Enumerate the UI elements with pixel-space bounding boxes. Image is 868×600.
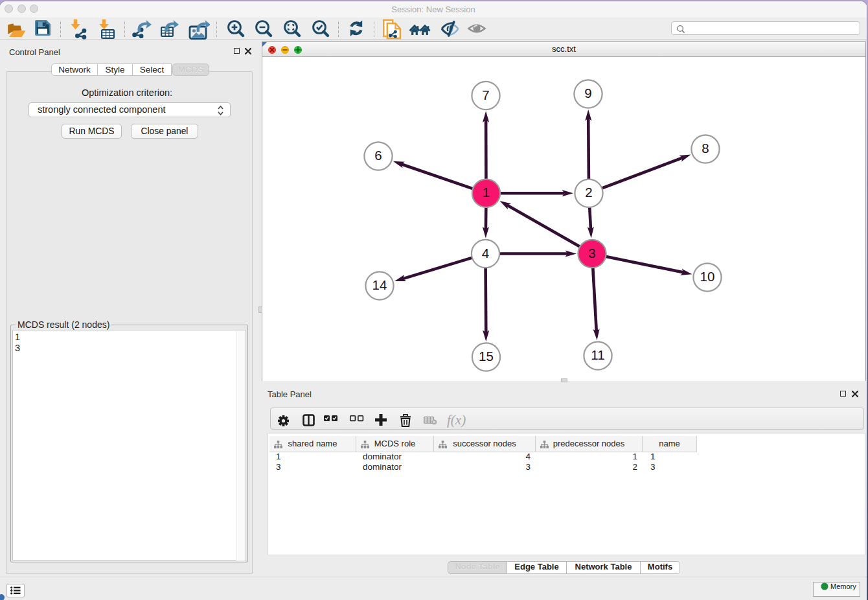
svg-text:2: 2 xyxy=(585,185,592,200)
svg-text:9: 9 xyxy=(584,86,591,100)
svg-text:4: 4 xyxy=(482,246,489,260)
svg-text:10: 10 xyxy=(700,269,715,284)
svg-text:6: 6 xyxy=(374,148,382,163)
svg-text:11: 11 xyxy=(591,347,604,362)
svg-text:8: 8 xyxy=(702,141,709,156)
svg-text:15: 15 xyxy=(479,349,494,363)
svg-text:7: 7 xyxy=(482,87,489,102)
svg-text:3: 3 xyxy=(588,246,595,260)
svg-text:1: 1 xyxy=(483,185,490,200)
svg-text:14: 14 xyxy=(372,277,387,292)
